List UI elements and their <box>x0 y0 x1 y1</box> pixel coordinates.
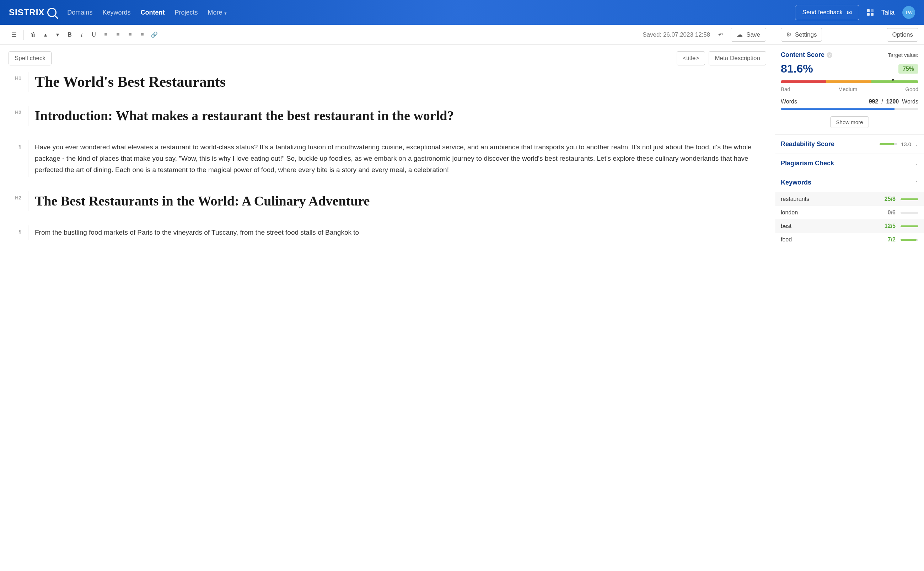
bold-button[interactable]: B <box>64 29 75 40</box>
block-h2[interactable]: H2 The Best Restaurants in the World: A … <box>9 191 766 211</box>
app-header: SISTRIX Domains Keywords Content Project… <box>0 0 924 25</box>
block-indicator <box>28 140 28 177</box>
align-left-icon[interactable]: ≡ <box>100 29 111 40</box>
keywords-panel-header[interactable]: Keywords ⌃ <box>775 173 924 192</box>
nav-content[interactable]: Content <box>140 9 165 16</box>
secondary-bar: Spell check <title> Meta Description <box>0 45 775 72</box>
block-h2[interactable]: H2 Introduction: What makes a restaurant… <box>9 106 766 126</box>
keyword-row[interactable]: restaurants 25/8 <box>775 192 924 206</box>
gauge-marker-icon: ▼ <box>891 77 895 82</box>
brand-name: SISTRIX <box>9 8 45 17</box>
trash-icon[interactable]: 🗑 <box>28 29 39 40</box>
block-label: ¶ <box>9 225 21 240</box>
avatar[interactable]: TW <box>902 6 915 19</box>
nav-domains[interactable]: Domains <box>67 9 92 16</box>
target-badge: 75% <box>898 64 918 74</box>
undo-icon[interactable]: ↶ <box>715 29 726 40</box>
saved-timestamp: Saved: 26.07.2023 12:58 <box>642 31 710 39</box>
block-paragraph[interactable]: ¶ Have you ever wondered what elevates a… <box>9 140 766 177</box>
gear-icon: ⚙ <box>786 31 792 39</box>
paragraph-text[interactable]: From the bustling food markets of Paris … <box>35 225 766 240</box>
gauge-bar <box>781 80 918 83</box>
keyword-bar <box>901 198 918 200</box>
gauge-labels: Bad Medium Good <box>781 86 918 92</box>
italic-button[interactable]: I <box>76 29 87 40</box>
options-button[interactable]: Options <box>887 28 918 42</box>
save-button[interactable]: ☁ Save <box>731 28 766 42</box>
block-label: H2 <box>9 106 21 126</box>
sidebar: ⚙ Settings Options Content Score ? Targe… <box>775 25 924 268</box>
score-value-row: 81.6% 75% <box>781 62 918 76</box>
block-indicator <box>28 72 28 92</box>
block-paragraph[interactable]: ¶ From the bustling food markets of Pari… <box>9 225 766 240</box>
header-right: Send feedback ✉ Talia TW <box>795 5 915 20</box>
title-tag-button[interactable]: <title> <box>677 51 705 65</box>
words-progress-bar <box>781 108 918 110</box>
paragraph-text[interactable]: Have you ever wondered what elevates a r… <box>35 140 766 177</box>
spell-check-button[interactable]: Spell check <box>9 51 52 65</box>
help-icon[interactable]: ? <box>827 52 832 58</box>
h1-text[interactable]: The World's Best Restaurants <box>35 72 766 92</box>
readability-panel[interactable]: Readability Score 13.0 ⌄ <box>775 135 924 154</box>
keywords-list: restaurants 25/8 london 0/6 best 12/5 <box>775 192 924 246</box>
score-gauge: ▼ <box>781 80 918 83</box>
mini-progress <box>879 143 897 145</box>
nav-keywords[interactable]: Keywords <box>102 9 131 16</box>
keyword-bar <box>901 225 918 227</box>
align-right-icon[interactable]: ≡ <box>125 29 136 40</box>
move-up-icon[interactable]: ▴ <box>40 29 51 40</box>
underline-button[interactable]: U <box>88 29 99 40</box>
settings-button[interactable]: ⚙ Settings <box>781 28 822 42</box>
cloud-icon: ☁ <box>737 31 743 39</box>
nav-more[interactable]: More▼ <box>208 9 227 16</box>
toolbar-left: ☰ 🗑 ▴ ▾ B I U ≡ ≡ ≡ ≡ 🔗 <box>9 29 160 40</box>
list-icon[interactable]: ☰ <box>9 29 19 40</box>
block-label: ¶ <box>9 140 21 177</box>
block-indicator <box>28 191 28 211</box>
keyword-row[interactable]: london 0/6 <box>775 206 924 219</box>
align-center-icon[interactable]: ≡ <box>112 29 123 40</box>
readability-value: 13.0 <box>901 141 911 147</box>
score-title: Content Score ? <box>781 51 832 59</box>
block-h1[interactable]: H1 The World's Best Restaurants <box>9 72 766 92</box>
divider <box>23 30 24 40</box>
meta-description-button[interactable]: Meta Description <box>708 51 766 65</box>
apps-icon[interactable] <box>867 9 873 15</box>
send-feedback-button[interactable]: Send feedback ✉ <box>795 5 859 20</box>
nav-projects[interactable]: Projects <box>174 9 197 16</box>
block-label: H2 <box>9 191 21 211</box>
keyword-bar <box>901 212 918 214</box>
keyword-row[interactable]: food 7/2 <box>775 233 924 246</box>
block-indicator <box>28 106 28 126</box>
secondary-bar-right: <title> Meta Description <box>677 51 766 65</box>
keyword-bar <box>901 239 918 241</box>
target-label: Target value: <box>888 52 918 58</box>
editor-column: ☰ 🗑 ▴ ▾ B I U ≡ ≡ ≡ ≡ 🔗 Saved: 26.07.202… <box>0 25 775 268</box>
content-blocks: H1 The World's Best Restaurants H2 Intro… <box>0 72 775 268</box>
words-row: Words 992 / 1200 Words <box>781 99 918 105</box>
move-down-icon[interactable]: ▾ <box>52 29 63 40</box>
panel-title: Plagiarism Check <box>781 160 834 167</box>
user-name[interactable]: Talia <box>881 9 895 16</box>
score-header: Content Score ? Target value: <box>781 51 918 59</box>
main-layout: ☰ 🗑 ▴ ▾ B I U ≡ ≡ ≡ ≡ 🔗 Saved: 26.07.202… <box>0 25 924 268</box>
show-more-button[interactable]: Show more <box>830 116 869 128</box>
h2-text[interactable]: Introduction: What makes a restaurant th… <box>35 106 766 126</box>
chevron-down-icon: ⌄ <box>915 161 918 166</box>
h2-text[interactable]: The Best Restaurants in the World: A Cul… <box>35 191 766 211</box>
panel-title: Readability Score <box>781 140 835 148</box>
link-icon[interactable]: 🔗 <box>149 29 160 40</box>
editor-toolbar: ☰ 🗑 ▴ ▾ B I U ≡ ≡ ≡ ≡ 🔗 Saved: 26.07.202… <box>0 25 775 45</box>
chevron-up-icon: ⌃ <box>915 180 918 185</box>
panel-title: Keywords <box>781 179 812 186</box>
plagiarism-panel[interactable]: Plagiarism Check ⌄ <box>775 154 924 173</box>
search-icon <box>47 8 57 17</box>
content-score-panel: Content Score ? Target value: 81.6% 75% … <box>775 45 924 135</box>
toolbar-right: Saved: 26.07.2023 12:58 ↶ ☁ Save <box>642 28 766 42</box>
main-nav: Domains Keywords Content Projects More▼ <box>67 9 227 16</box>
keyword-row[interactable]: best 12/5 <box>775 219 924 233</box>
chevron-down-icon: ⌄ <box>915 142 918 147</box>
block-label: H1 <box>9 72 21 92</box>
logo[interactable]: SISTRIX <box>9 8 57 17</box>
align-justify-icon[interactable]: ≡ <box>137 29 148 40</box>
